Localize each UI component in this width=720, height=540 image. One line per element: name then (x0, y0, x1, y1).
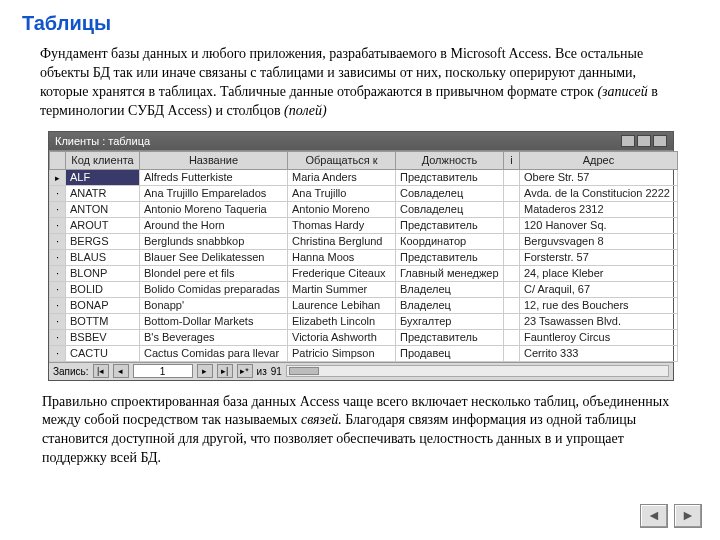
row-selector[interactable] (50, 329, 66, 345)
cell-title[interactable]: Совладелец (396, 201, 504, 217)
cell-title[interactable]: Совладелец (396, 185, 504, 201)
cell-i[interactable] (504, 249, 520, 265)
prev-slide-button[interactable]: ◄ (640, 504, 668, 528)
cell-contact[interactable]: Laurence Lebihan (288, 297, 396, 313)
table-row[interactable]: BONAPBonapp'Laurence LebihanВладелец12, … (50, 297, 678, 313)
cell-contact[interactable]: Frederique Citeaux (288, 265, 396, 281)
row-selector[interactable] (50, 217, 66, 233)
cell-contact[interactable]: Martin Summer (288, 281, 396, 297)
cell-name[interactable]: Antonio Moreno Taqueria (140, 201, 288, 217)
cell-address[interactable]: Berguvsvagen 8 (520, 233, 678, 249)
row-selector[interactable] (50, 201, 66, 217)
table-row[interactable]: BERGSBerglunds snabbkopChristina Berglun… (50, 233, 678, 249)
cell-i[interactable] (504, 233, 520, 249)
cell-contact[interactable]: Antonio Moreno (288, 201, 396, 217)
row-selector[interactable] (50, 345, 66, 361)
nav-current-record[interactable]: 1 (133, 364, 193, 378)
cell-code[interactable]: BLONP (66, 265, 140, 281)
row-selector[interactable] (50, 297, 66, 313)
cell-address[interactable]: Mataderos 2312 (520, 201, 678, 217)
col-header-name[interactable]: Название (140, 151, 288, 169)
table-row[interactable]: CACTUCactus Comidas para llevarPatricio … (50, 345, 678, 361)
nav-new-button[interactable]: ▸* (237, 364, 253, 378)
cell-address[interactable]: Avda. de la Constitucion 2222 (520, 185, 678, 201)
cell-i[interactable] (504, 185, 520, 201)
table-row[interactable]: ANTONAntonio Moreno TaqueriaAntonio More… (50, 201, 678, 217)
cell-name[interactable]: Bonapp' (140, 297, 288, 313)
scrollbar-thumb[interactable] (289, 367, 319, 375)
cell-title[interactable]: Представитель (396, 217, 504, 233)
table-row[interactable]: AROUTAround the HornThomas HardyПредстав… (50, 217, 678, 233)
row-selector[interactable] (50, 185, 66, 201)
cell-code[interactable]: BSBEV (66, 329, 140, 345)
nav-last-button[interactable]: ▸| (217, 364, 233, 378)
window-titlebar[interactable]: Клиенты : таблица (49, 132, 673, 150)
cell-code[interactable]: ALF (66, 169, 140, 185)
table-row[interactable]: ANATRAna Trujillo EmpareladosAna Trujill… (50, 185, 678, 201)
cell-name[interactable]: Blauer See Delikatessen (140, 249, 288, 265)
table-row[interactable]: BOTTMBottom-Dollar MarketsElizabeth Linc… (50, 313, 678, 329)
nav-next-button[interactable]: ▸ (197, 364, 213, 378)
cell-name[interactable]: Bottom-Dollar Markets (140, 313, 288, 329)
cell-address[interactable]: 24, place Kleber (520, 265, 678, 281)
horizontal-scrollbar[interactable] (286, 365, 669, 377)
col-header-code[interactable]: Код клиента (66, 151, 140, 169)
cell-address[interactable]: 23 Tsawassen Blvd. (520, 313, 678, 329)
cell-contact[interactable]: Maria Anders (288, 169, 396, 185)
cell-i[interactable] (504, 329, 520, 345)
cell-code[interactable]: ANTON (66, 201, 140, 217)
cell-title[interactable]: Владелец (396, 281, 504, 297)
cell-contact[interactable]: Victoria Ashworth (288, 329, 396, 345)
table-row[interactable]: BLAUSBlauer See DelikatessenHanna MoosПр… (50, 249, 678, 265)
cell-name[interactable]: Bolido Comidas preparadas (140, 281, 288, 297)
cell-i[interactable] (504, 217, 520, 233)
next-slide-button[interactable]: ► (674, 504, 702, 528)
cell-i[interactable] (504, 297, 520, 313)
cell-name[interactable]: Blondel pere et fils (140, 265, 288, 281)
cell-address[interactable]: 120 Hanover Sq. (520, 217, 678, 233)
cell-code[interactable]: BOLID (66, 281, 140, 297)
cell-address[interactable]: Obere Str. 57 (520, 169, 678, 185)
cell-title[interactable]: Представитель (396, 329, 504, 345)
cell-name[interactable]: Alfreds Futterkiste (140, 169, 288, 185)
cell-title[interactable]: Представитель (396, 249, 504, 265)
cell-code[interactable]: AROUT (66, 217, 140, 233)
cell-address[interactable]: Forsterstr. 57 (520, 249, 678, 265)
cell-code[interactable]: BONAP (66, 297, 140, 313)
col-header-title[interactable]: Должность (396, 151, 504, 169)
cell-contact[interactable]: Thomas Hardy (288, 217, 396, 233)
cell-address[interactable]: Fauntleroy Circus (520, 329, 678, 345)
table-row[interactable]: BSBEVB's BeveragesVictoria AshworthПредс… (50, 329, 678, 345)
cell-i[interactable] (504, 169, 520, 185)
row-selector[interactable] (50, 313, 66, 329)
cell-address[interactable]: 12, rue des Bouchers (520, 297, 678, 313)
row-selector[interactable] (50, 169, 66, 185)
cell-contact[interactable]: Elizabeth Lincoln (288, 313, 396, 329)
cell-title[interactable]: Владелец (396, 297, 504, 313)
cell-code[interactable]: BOTTM (66, 313, 140, 329)
cell-title[interactable]: Бухгалтер (396, 313, 504, 329)
cell-address[interactable]: C/ Araquil, 67 (520, 281, 678, 297)
row-selector[interactable] (50, 265, 66, 281)
cell-i[interactable] (504, 201, 520, 217)
cell-contact[interactable]: Christina Berglund (288, 233, 396, 249)
cell-name[interactable]: Berglunds snabbkop (140, 233, 288, 249)
row-selector-header[interactable] (50, 151, 66, 169)
cell-title[interactable]: Координатор (396, 233, 504, 249)
col-header-address[interactable]: Адрес (520, 151, 678, 169)
cell-name[interactable]: Around the Horn (140, 217, 288, 233)
cell-contact[interactable]: Hanna Moos (288, 249, 396, 265)
cell-i[interactable] (504, 313, 520, 329)
cell-code[interactable]: BLAUS (66, 249, 140, 265)
table-row[interactable]: BLONPBlondel pere et filsFrederique Cite… (50, 265, 678, 281)
table-row[interactable]: BOLIDBolido Comidas preparadasMartin Sum… (50, 281, 678, 297)
cell-name[interactable]: B's Beverages (140, 329, 288, 345)
nav-prev-button[interactable]: ◂ (113, 364, 129, 378)
row-selector[interactable] (50, 249, 66, 265)
cell-title[interactable]: Продавец (396, 345, 504, 361)
cell-contact[interactable]: Ana Trujillo (288, 185, 396, 201)
cell-contact[interactable]: Patricio Simpson (288, 345, 396, 361)
row-selector[interactable] (50, 233, 66, 249)
cell-name[interactable]: Ana Trujillo Emparelados (140, 185, 288, 201)
cell-title[interactable]: Главный менеджер (396, 265, 504, 281)
